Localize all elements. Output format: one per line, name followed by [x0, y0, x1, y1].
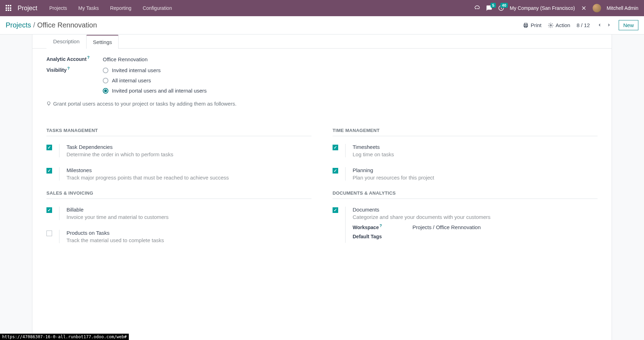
- setting-desc: Log time on tasks: [353, 151, 598, 157]
- status-url-tooltip: https://47086307-16-0-all.runbot177.odoo…: [0, 334, 129, 340]
- pager-prev-icon[interactable]: [596, 22, 603, 29]
- tab-settings[interactable]: Settings: [86, 35, 119, 49]
- action-button[interactable]: Action: [548, 22, 570, 28]
- print-label: Print: [531, 22, 542, 28]
- setting-name: Milestones: [67, 167, 311, 173]
- help-icon[interactable]: ?: [87, 55, 90, 59]
- setting-name: Billable: [67, 207, 311, 213]
- visibility-all-internal[interactable]: All internal users: [103, 77, 207, 83]
- checkbox-products-on-tasks[interactable]: [46, 231, 52, 236]
- visibility-radio-group: Invited internal users All internal user…: [103, 67, 207, 94]
- analytic-account-value[interactable]: Office Rennovation: [103, 56, 147, 62]
- radio-icon: [103, 68, 108, 73]
- checkbox-milestones[interactable]: [46, 168, 52, 174]
- help-icon[interactable]: ?: [379, 223, 382, 228]
- lightbulb-icon: [46, 101, 51, 106]
- radio-icon: [103, 88, 108, 94]
- default-tags-label: Default Tags: [353, 234, 412, 239]
- setting-desc: Track the material used to complete task…: [67, 237, 311, 243]
- messages-icon[interactable]: 5: [486, 5, 492, 11]
- workspace-label: Workspace ?: [353, 225, 412, 230]
- setting-name: Timesheets: [353, 144, 598, 150]
- help-icon[interactable]: ?: [67, 66, 70, 70]
- pager-counter[interactable]: 8 / 12: [576, 22, 590, 28]
- user-menu[interactable]: Mitchell Admin: [607, 5, 638, 11]
- setting-desc: Plan your resources for this project: [353, 175, 598, 181]
- checkbox-documents[interactable]: [333, 207, 338, 213]
- setting-desc: Determine the order in which to perform …: [67, 151, 311, 157]
- svg-point-0: [475, 8, 476, 9]
- setting-desc: Track major progress points that must be…: [67, 175, 311, 181]
- avatar[interactable]: [593, 4, 601, 12]
- top-navbar: Project Projects My Tasks Reporting Conf…: [0, 0, 644, 16]
- print-button[interactable]: Print: [523, 22, 542, 28]
- setting-name: Task Dependencies: [67, 144, 311, 150]
- activities-icon[interactable]: 40: [498, 5, 504, 11]
- app-brand[interactable]: Project: [18, 5, 37, 12]
- analytic-account-label: Analytic Account ?: [46, 56, 103, 62]
- svg-point-2: [478, 8, 479, 9]
- checkbox-billable[interactable]: [46, 207, 52, 213]
- apps-icon[interactable]: [6, 5, 12, 11]
- section-sales-invoicing: Sales & Invoicing: [46, 190, 311, 199]
- tools-icon[interactable]: [581, 5, 587, 11]
- checkbox-planning[interactable]: [333, 168, 338, 174]
- nav-configuration[interactable]: Configuration: [140, 1, 174, 15]
- breadcrumb-current: Office Rennovation: [37, 21, 97, 29]
- shortcuts-icon[interactable]: [474, 5, 480, 11]
- visibility-hint: Grant portal users access to your projec…: [46, 101, 598, 107]
- company-switcher[interactable]: My Company (San Francisco): [510, 5, 575, 11]
- breadcrumb: Projects / Office Rennovation: [6, 21, 97, 29]
- visibility-invited-internal[interactable]: Invited internal users: [103, 67, 207, 73]
- activities-badge: 40: [500, 3, 507, 8]
- form-sheet: Description Settings Analytic Account ? …: [32, 34, 612, 340]
- visibility-label: Visibility ?: [46, 67, 103, 73]
- control-bar: Projects / Office Rennovation Print Acti…: [0, 16, 644, 34]
- messages-badge: 5: [491, 3, 495, 8]
- breadcrumb-root[interactable]: Projects: [6, 21, 31, 29]
- nav-my-tasks[interactable]: My Tasks: [76, 1, 101, 15]
- breadcrumb-sep: /: [33, 21, 35, 29]
- new-button[interactable]: New: [619, 20, 638, 30]
- tab-description[interactable]: Description: [46, 34, 86, 49]
- checkbox-task-dependencies[interactable]: [46, 145, 52, 150]
- setting-name: Products on Tasks: [67, 230, 311, 236]
- setting-desc: Invoice your time and material to custom…: [67, 214, 311, 220]
- navbar-menu: Projects My Tasks Reporting Configuratio…: [47, 1, 174, 15]
- radio-icon: [103, 78, 108, 83]
- checkbox-timesheets[interactable]: [333, 145, 338, 150]
- setting-name: Planning: [353, 167, 598, 173]
- setting-desc: Categorize and share your documents with…: [353, 214, 598, 220]
- section-tasks-management: Tasks Management: [46, 128, 311, 136]
- svg-point-7: [550, 25, 551, 26]
- nav-reporting[interactable]: Reporting: [108, 1, 134, 15]
- visibility-invited-portal[interactable]: Invited portal users and all internal us…: [103, 88, 207, 94]
- setting-name: Documents: [353, 207, 598, 213]
- action-label: Action: [556, 22, 570, 28]
- pager-next-icon[interactable]: [605, 22, 612, 29]
- svg-point-1: [477, 8, 478, 9]
- workspace-value[interactable]: Projects / Office Rennovation: [412, 224, 481, 230]
- tabs: Description Settings: [32, 34, 612, 49]
- section-documents-analytics: Documents & Analytics: [333, 190, 598, 199]
- section-time-management: Time Management: [333, 128, 598, 136]
- nav-projects[interactable]: Projects: [47, 1, 69, 15]
